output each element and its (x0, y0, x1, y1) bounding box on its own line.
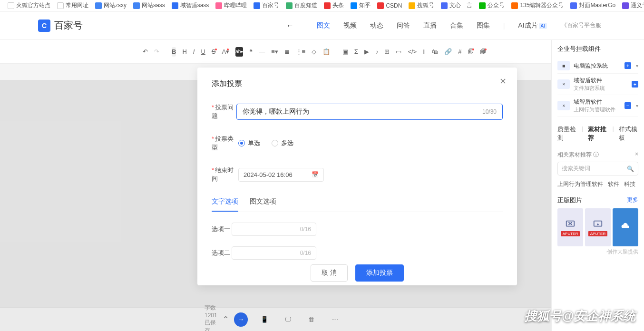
watermark: 搜狐号@安企神系统 (525, 308, 635, 324)
vote-icon[interactable]: ⫴ (423, 47, 426, 57)
image-icon[interactable]: ▣ (342, 47, 348, 57)
paste-icon[interactable]: 📋 (322, 47, 330, 57)
bookmark-item[interactable]: 头条 (324, 1, 344, 10)
close-icon[interactable]: × (635, 151, 638, 159)
topic-icon[interactable]: # (458, 47, 461, 57)
link-icon[interactable]: 🔗 (444, 47, 452, 57)
widget-sub: 文件加密系统 (574, 85, 605, 91)
nav-heji[interactable]: 合集 (450, 21, 463, 30)
nav-wenda[interactable]: 问答 (397, 21, 410, 30)
add-widget-icon[interactable]: − (624, 102, 631, 109)
opt1-input[interactable]: 0/16 (232, 223, 316, 236)
tag[interactable]: 科技 (624, 180, 635, 188)
highlight-icon[interactable]: ab▾ (235, 47, 243, 57)
nav-ai[interactable]: AI成片AI (518, 21, 547, 30)
nav-dongtai[interactable]: 动态 (370, 21, 383, 30)
quote-icon[interactable]: ❝ (249, 47, 253, 57)
bookmark-item[interactable]: 135编辑器公众号 (511, 1, 564, 10)
option-tabs: 文字选项 图文选项 (212, 197, 503, 212)
widget-item[interactable]: ◼ 电脑监控系统 + ▾ (557, 58, 638, 74)
bookmark-item[interactable]: 封面MasterGo (570, 1, 615, 10)
widget-item[interactable]: ✕ 域智盾软件文件加密系统 + (557, 74, 638, 95)
bookmark-item[interactable]: 文心一言 (441, 1, 472, 10)
back-icon[interactable]: ← (286, 21, 294, 30)
radio-multi[interactable]: 多选 (272, 139, 293, 147)
strike-icon[interactable]: S (212, 47, 216, 57)
bookmark-item[interactable]: 常用网址 (57, 1, 88, 10)
question-input[interactable] (243, 108, 482, 116)
submit-button[interactable]: 添加投票 (355, 264, 404, 282)
thumb-item[interactable] (613, 208, 638, 246)
undo-icon[interactable]: ↶ (143, 47, 148, 57)
add-widget-icon[interactable]: + (632, 81, 638, 88)
tag[interactable]: 软件 (608, 180, 619, 188)
close-icon[interactable]: ✕ (499, 76, 507, 87)
nav-shipin[interactable]: 视频 (343, 21, 357, 30)
ol-icon[interactable]: ≣ (284, 47, 290, 57)
thumb-item[interactable]: APUTER (557, 208, 583, 246)
eraser-icon[interactable]: ◇ (312, 47, 316, 57)
nav-zhibo[interactable]: 直播 (423, 21, 437, 30)
template-icon[interactable]: 🗐 (480, 47, 486, 57)
bookmark-item[interactable]: 哔哩哔哩 (215, 1, 247, 10)
side-footer: ·创作大脑提供 (557, 248, 638, 255)
chevron-down-icon[interactable]: ▾ (636, 103, 638, 108)
widget-item[interactable]: ✕ 域智盾软件上网行为管理软件 − ▾ (557, 95, 638, 117)
bookmark-item[interactable]: 百度知道 (286, 1, 317, 10)
bookmark-item[interactable]: 知乎 (351, 1, 371, 10)
bookmark-item[interactable]: 火狐官方站点 (8, 1, 50, 10)
radio-single[interactable]: 单选 (238, 139, 260, 147)
opt2-input[interactable]: 0/16 (232, 246, 316, 260)
tab-image-option[interactable]: 图文选项 (250, 197, 276, 212)
header-nav: ← 图文 视频 动态 问答 直播 合集 图集 | AI成片AI (286, 21, 547, 30)
bookmark-item[interactable]: 公众号 (479, 1, 505, 10)
table-icon[interactable]: ⊞ (384, 47, 390, 57)
modal-title: 添加投票 (212, 79, 503, 89)
widget-icon: ✕ (557, 101, 570, 110)
radio-unchecked-icon (272, 140, 278, 146)
header-right-link[interactable]: 《百家号平台服 (561, 21, 601, 29)
ul-icon[interactable]: ⋮≡ (296, 47, 305, 57)
tag[interactable]: 上网行为管理软件 (557, 180, 603, 188)
video-icon[interactable]: ▶ (364, 47, 369, 57)
thumb-item[interactable]: APUTER (585, 208, 611, 246)
sidebar-search[interactable]: 搜索关键词 🔍 (557, 162, 638, 175)
redo-icon[interactable]: ↷ (154, 47, 159, 57)
code-icon[interactable]: </> (408, 47, 417, 57)
chevron-down-icon[interactable]: ▾ (636, 63, 638, 68)
underline-icon[interactable]: U (201, 47, 205, 57)
heading-icon[interactable]: H (182, 47, 186, 57)
side-tab-material[interactable]: 素材推荐 (588, 125, 607, 142)
bookmark-item[interactable]: 域智盾sass (172, 1, 209, 10)
cancel-button[interactable]: 取 消 (311, 264, 348, 282)
add-widget-icon[interactable]: + (624, 62, 631, 69)
card-icon[interactable]: ▭ (396, 47, 401, 57)
save-icon[interactable]: 🗐 (468, 47, 474, 57)
bookmark-item[interactable]: 百家号 (254, 1, 279, 10)
bold-icon[interactable]: B (172, 47, 176, 57)
widget-icon: ◼ (557, 61, 570, 70)
bookmark-item[interactable]: CSDN (377, 2, 402, 9)
nav-tuwen[interactable]: 图文 (317, 21, 330, 30)
bookmark-item[interactable]: 网站sass (133, 1, 165, 10)
side-tab-quality[interactable]: 质量检测 (557, 125, 577, 142)
goods-icon[interactable]: 🛍 (432, 47, 438, 57)
audio-icon[interactable]: ♪ (375, 47, 379, 57)
end-time-input[interactable]: 2024-05-02 16:06 📅 (238, 168, 324, 182)
align-icon[interactable]: ≡▾ (271, 47, 278, 57)
side-tab-template[interactable]: 样式模板 (619, 125, 638, 142)
formula-icon[interactable]: Σ (354, 47, 358, 57)
hr-icon[interactable]: — (259, 47, 265, 57)
bookmark-item[interactable]: 网站zsxy (95, 1, 127, 10)
italic-icon[interactable]: I (193, 47, 195, 57)
tab-text-option[interactable]: 文字选项 (212, 197, 238, 212)
brand-logo[interactable]: 百家号 (38, 19, 83, 32)
search-placeholder: 搜索关键词 (562, 165, 590, 173)
bookmark-item[interactable]: 通义千问 (622, 1, 644, 10)
end-time-value: 2024-05-02 16:06 (244, 171, 293, 178)
bookmark-item[interactable]: 搜狐号 (409, 1, 434, 10)
nav-tuji[interactable]: 图集 (477, 21, 490, 30)
font-color-icon[interactable]: A▾ (222, 47, 229, 57)
more-link[interactable]: 更多 (627, 196, 638, 204)
widgets-title: 企业号挂载组件 (557, 45, 638, 53)
